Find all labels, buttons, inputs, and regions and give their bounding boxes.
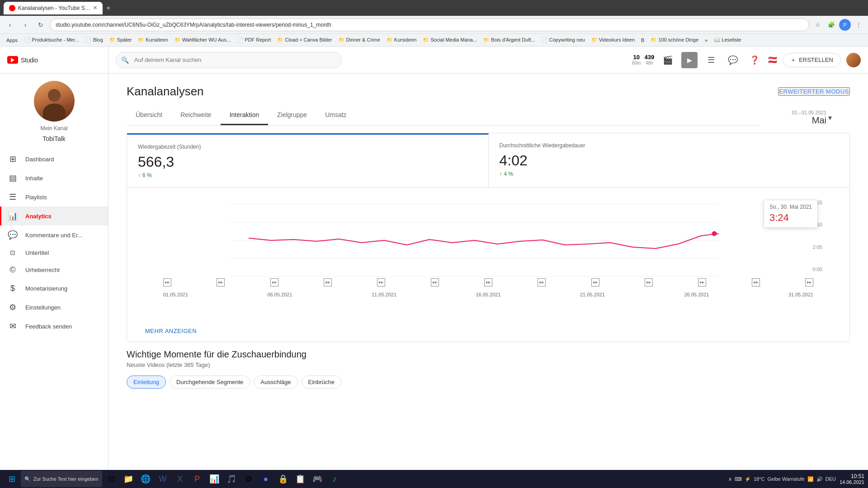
metric-card-watchtime[interactable]: Wiedergabezeit (Stunden) 566,3 6 % bbox=[127, 133, 489, 188]
video-icon-13[interactable]: ▶ bbox=[805, 278, 813, 286]
taskbar-search[interactable]: 🔍 Zur Suche Text hier eingeben bbox=[21, 471, 102, 487]
reload-button[interactable]: ↻ bbox=[34, 19, 47, 31]
video-icon-4[interactable]: ▶ bbox=[324, 278, 332, 286]
bookmark-copywriting[interactable]: 📄 Copywriting neu bbox=[539, 36, 588, 44]
bookmark-leseliste[interactable]: 📖 Leseliste bbox=[711, 36, 744, 44]
bookmark-social[interactable]: 📁 Social Media Mana... bbox=[420, 36, 480, 44]
bookmark-videokurs[interactable]: 📁 Videokurs Ideen bbox=[589, 36, 637, 44]
bookmark-cload[interactable]: 📁 Cload + Canva Bilder bbox=[274, 36, 335, 44]
tab-close-button[interactable]: ✕ bbox=[93, 5, 97, 11]
feedback-label: Feedback senden bbox=[25, 323, 72, 330]
bookmark-b[interactable]: B bbox=[638, 37, 647, 44]
yt-studio-logo[interactable]: Studio bbox=[7, 56, 38, 64]
video-icon-1[interactable]: ▶ bbox=[163, 278, 171, 286]
extension-button[interactable]: 🧩 bbox=[826, 19, 837, 31]
bookmark-wahlfacher[interactable]: 📁 Wahlfächer WU Aus... bbox=[172, 36, 233, 44]
video-icon-7[interactable]: ▶ bbox=[484, 278, 492, 286]
yt-logo-play bbox=[11, 58, 14, 62]
video-icon-11[interactable]: ▶ bbox=[698, 278, 706, 286]
video-icon-3[interactable]: ▶ bbox=[270, 278, 278, 286]
messages-button[interactable]: 💬 bbox=[725, 52, 741, 68]
taskbar-app5[interactable]: 📊 bbox=[206, 471, 222, 487]
moment-tab-ausschlaege[interactable]: Ausschläge bbox=[254, 375, 297, 389]
upload-label: 60m bbox=[632, 61, 641, 66]
bookmark-kursideen[interactable]: 📁 Kursideen bbox=[135, 36, 171, 44]
video-icon-6[interactable]: ▶ bbox=[431, 278, 439, 286]
bookmark-apps[interactable]: Apps bbox=[4, 37, 20, 44]
start-button[interactable]: ⊞ bbox=[4, 471, 20, 487]
bookmark-button[interactable]: ☆ bbox=[812, 19, 824, 31]
extended-mode-button[interactable]: ERWEITERTER MODUS bbox=[778, 87, 850, 96]
sidebar-item-playlists[interactable]: ☰ Playlists bbox=[0, 188, 108, 206]
tab-uebersicht[interactable]: Übersicht bbox=[127, 106, 171, 125]
taskbar-edge[interactable]: 🌐 bbox=[137, 471, 154, 487]
moment-tab-durchgehend[interactable]: Durchgehende Segmente bbox=[170, 375, 250, 389]
moments-subtitle: Neuste Videos (letzte 365 Tage) bbox=[127, 361, 850, 368]
channel-avatar[interactable] bbox=[34, 81, 75, 122]
date-dropdown-button[interactable]: ▾ bbox=[828, 113, 832, 122]
tab-interaktion[interactable]: Interaktion bbox=[221, 106, 268, 125]
sidebar-item-analytics[interactable]: 📊 Analytics bbox=[0, 206, 108, 225]
bookmark-blog[interactable]: 📄 Blog bbox=[83, 36, 106, 44]
video-icon-8[interactable]: ▶ bbox=[538, 278, 546, 286]
taskbar-app8[interactable]: 🔒 bbox=[275, 471, 291, 487]
taskbar-app9[interactable]: 📋 bbox=[292, 471, 308, 487]
einstellungen-icon: ⚙ bbox=[7, 302, 18, 312]
moment-tab-einleitung[interactable]: Einleitung bbox=[127, 375, 166, 389]
video-icon-10[interactable]: ▶ bbox=[645, 278, 653, 286]
bookmark-spaeter[interactable]: 📁 Später bbox=[107, 36, 134, 44]
help-button[interactable]: ❓ bbox=[746, 52, 763, 68]
tab-umsatz[interactable]: Umsatz bbox=[316, 106, 355, 125]
sidebar-item-einstellungen[interactable]: ⚙ Einstellungen bbox=[0, 298, 108, 317]
forward-button[interactable]: › bbox=[19, 19, 32, 31]
taskbar-chrome[interactable]: ● bbox=[258, 471, 274, 487]
browser-tab[interactable]: Kanalanalysen - YouTube Studio ✕ bbox=[4, 2, 103, 14]
sidebar-item-monetarisierung[interactable]: $ Monetarisierung bbox=[0, 279, 108, 298]
video-camera-button[interactable]: 🎬 bbox=[660, 52, 676, 68]
list-button[interactable]: ☰ bbox=[703, 52, 719, 68]
bookmark-kursideen2[interactable]: 📁 Kursideen bbox=[384, 36, 420, 44]
search-input[interactable] bbox=[116, 52, 342, 68]
tray-up-icon[interactable]: ∧ bbox=[728, 476, 732, 482]
bookmark-bois[interactable]: 📁 Bois d'Argent Duft... bbox=[481, 36, 538, 44]
video-icon-2[interactable]: ▶ bbox=[217, 278, 225, 286]
create-button[interactable]: ＋ ERSTELLEN bbox=[783, 53, 841, 67]
sidebar-item-dashboard[interactable]: ⊞ Dashboard bbox=[0, 150, 108, 169]
sidebar-item-untertitel[interactable]: ⊡ Untertitel bbox=[0, 244, 108, 261]
taskbar-ppt[interactable]: P bbox=[189, 471, 205, 487]
taskbar-app10[interactable]: 🎮 bbox=[309, 471, 326, 487]
sidebar-item-inhalte[interactable]: ▤ Inhalte bbox=[0, 169, 108, 188]
taskbar-app6[interactable]: 🎵 bbox=[223, 471, 240, 487]
sidebar-item-kommentare[interactable]: 💬 Kommentare und Er... bbox=[0, 225, 108, 244]
bookmark-produktsuche[interactable]: 📄 Produktsuche - Mer... bbox=[21, 36, 82, 44]
profile-button[interactable]: P bbox=[839, 19, 851, 31]
settings-button[interactable]: ⋮ bbox=[853, 19, 864, 31]
play-button[interactable]: ▶ bbox=[681, 52, 698, 68]
taskbar-word[interactable]: W bbox=[155, 471, 171, 487]
bookmarks-bar: Apps 📄 Produktsuche - Mer... 📄 Blog 📁 Sp… bbox=[0, 34, 868, 47]
address-bar[interactable] bbox=[50, 19, 809, 31]
taskbar-task-view[interactable]: ⊡ bbox=[103, 471, 119, 487]
taskbar-files[interactable]: 📁 bbox=[120, 471, 137, 487]
bookmark-100[interactable]: 📁 100 schöne Dinge bbox=[648, 36, 701, 44]
video-icon-12[interactable]: ▶ bbox=[752, 278, 760, 286]
metric-card-avgduration[interactable]: Durchschnittliche Wiedergabedauer 4:02 4… bbox=[489, 133, 850, 188]
bookmark-pdf[interactable]: 📄 PDF Report bbox=[234, 36, 274, 44]
taskbar-spotify[interactable]: ♪ bbox=[326, 471, 343, 487]
taskbar-excel[interactable]: X bbox=[172, 471, 188, 487]
video-icon-9[interactable]: ▶ bbox=[591, 278, 599, 286]
search-icon: 🔍 bbox=[121, 56, 129, 64]
sidebar-item-urheberrecht[interactable]: © Urheberrecht bbox=[0, 261, 108, 279]
video-icon-5[interactable]: ▶ bbox=[377, 278, 385, 286]
user-avatar[interactable] bbox=[846, 53, 861, 67]
sidebar-item-feedback[interactable]: ✉ Feedback senden bbox=[0, 317, 108, 336]
tab-zielgruppe[interactable]: Zielgruppe bbox=[268, 106, 316, 125]
tab-reichweite[interactable]: Reichweite bbox=[171, 106, 220, 125]
bookmark-more[interactable]: » bbox=[702, 37, 710, 44]
back-button[interactable]: ‹ bbox=[4, 19, 16, 31]
moment-tab-einbrueche[interactable]: Einbrüche bbox=[302, 375, 342, 389]
taskbar-app7[interactable]: ⚙ bbox=[241, 471, 257, 487]
mehr-anzeigen-button[interactable]: MEHR ANZEIGEN bbox=[145, 328, 197, 334]
new-tab-button[interactable]: + bbox=[106, 4, 110, 12]
bookmark-dinner[interactable]: 📁 Dinner & Crime bbox=[336, 36, 383, 44]
